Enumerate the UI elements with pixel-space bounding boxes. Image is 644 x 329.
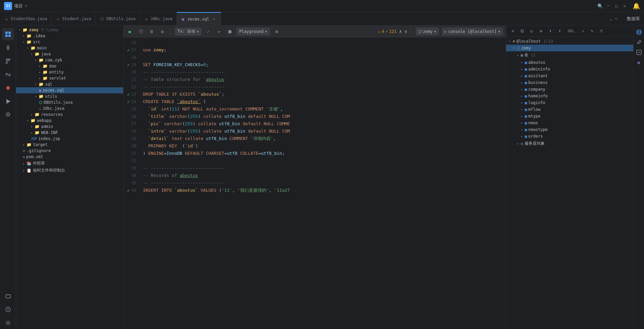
tree-resources[interactable]: ▸ 📁 resources (16, 111, 123, 117)
commits-icon[interactable] (2, 42, 14, 54)
db-right-icon[interactable] (635, 28, 643, 36)
notification-icon[interactable]: 🔔 (633, 2, 640, 9)
tree-webinf[interactable]: ▸ 📁 WEB-INF (16, 130, 123, 136)
settings-button[interactable]: ⚙ (158, 28, 166, 36)
db-table-orders[interactable]: ▸ ▦ orders (506, 133, 633, 140)
tree-gitignore[interactable]: ⊘ .gitignore (16, 148, 123, 154)
tab-studentdao[interactable]: ☕ StudentDao.java (0, 12, 51, 26)
console-select[interactable]: ▷ console [@localhost] ▾ (442, 28, 503, 36)
tools-icon[interactable] (2, 109, 14, 121)
stop-button[interactable]: ⏸ (148, 28, 156, 36)
tree-java[interactable]: ▾ 📁 java (16, 51, 123, 57)
db-table-business[interactable]: ▸ ▦ business (506, 79, 633, 86)
db-schema-zemy[interactable]: ▾ ⬡ zemy (506, 45, 633, 51)
rollback-button[interactable]: ↩ (215, 28, 223, 36)
debug-icon[interactable] (2, 82, 14, 94)
tree-servlet[interactable]: ▸ 📁 servlet (16, 75, 123, 81)
db-tables-folder[interactable]: ▾ ▦ 表 12 (506, 51, 633, 59)
project-icon[interactable] (2, 28, 14, 40)
line-num-26: 26 (123, 113, 140, 120)
db-ddl-button[interactable]: DDL (565, 27, 577, 35)
chevron-right-icon: ▸ (521, 81, 523, 84)
tab-overflow-icon[interactable]: ⌄ (609, 16, 612, 21)
grid-button[interactable]: ⊞ (273, 28, 281, 36)
right-info-icon[interactable] (635, 48, 643, 56)
tree-entity[interactable]: ▸ 📁 entity (16, 69, 123, 75)
git-icon[interactable] (2, 55, 14, 67)
playground-select[interactable]: Playground ▾ (236, 28, 270, 36)
db-add-button[interactable]: + (509, 27, 517, 35)
tree-target[interactable]: ▸ 📁 target (16, 142, 123, 148)
db-table-news[interactable]: ▸ ▦ news (506, 120, 633, 126)
search-icon[interactable]: 🔍 (597, 3, 603, 9)
tab-dbutils[interactable]: ⬡ DBUtils.java (96, 12, 140, 26)
chevron-down-icon[interactable]: ▾ (25, 4, 27, 8)
db-copy-button[interactable]: ⧉ (518, 27, 526, 35)
tree-item-label: .gitignore (26, 148, 51, 153)
collapse-icon[interactable]: ∨ (405, 29, 407, 34)
run-button[interactable]: ▶ (126, 28, 134, 36)
stop-query-button[interactable]: ⏹ (226, 28, 234, 36)
tab-jdbc[interactable]: ☕ Jdbc.java (140, 12, 177, 26)
tree-utils[interactable]: ▾ 📁 utils (16, 93, 123, 99)
db-refresh-button[interactable]: ↻ (528, 27, 536, 35)
tree-indexjsp[interactable]: JSP index.jsp (16, 136, 123, 142)
tree-external-libs[interactable]: ▸ 📚 外部库 (16, 160, 123, 167)
right-edit-icon[interactable] (635, 38, 643, 46)
db-table-assitant[interactable]: ▸ ▦ assitant (506, 73, 633, 79)
db-arrow-button[interactable]: ↗ (579, 27, 587, 35)
code-content[interactable]: use zemy; SET FOREIGN_KEY_CHECKS=0; -- -… (140, 38, 506, 329)
db-server[interactable]: ▾ ⊕ @localhost 1/19 (506, 38, 633, 45)
commit-button[interactable]: ✓ (204, 28, 212, 36)
code-editor[interactable]: 16 ✓17 18 ✓19 20 21 22 ✓23 ✓24 25 26 27 … (123, 38, 506, 329)
code-line-23: DROP TABLE IF EXISTS `aboutus`; (143, 91, 506, 98)
db-filter-button[interactable]: ▽ (597, 27, 605, 35)
tree-jdbc[interactable]: ☕ Jdbc.java (16, 105, 123, 111)
tree-dao[interactable]: ▸ 📁 dao (16, 63, 123, 69)
minimize-button[interactable]: ─ (606, 3, 611, 9)
tree-sql-folder[interactable]: ▾ 📁 sql (16, 81, 123, 87)
db-server-objects[interactable]: ▸ ⚙ 服务器对象 (506, 140, 633, 147)
tree-pom[interactable]: m pom.xml (16, 154, 123, 160)
right-m-icon[interactable]: m (635, 58, 643, 66)
expand-icon[interactable]: ∧ (399, 29, 402, 34)
db-table-mtype[interactable]: ▸ ▦ mtype (506, 113, 633, 120)
history-button[interactable]: ⏱ (137, 28, 145, 36)
tab-close-button[interactable]: ✕ (211, 16, 217, 22)
tree-zecms-sql[interactable]: ▣ zecms.sql (16, 87, 123, 93)
settings-icon[interactable] (2, 317, 14, 329)
tree-root[interactable]: ▾ 📁 zemy F:\zemy (16, 27, 123, 33)
db-table-aboutus[interactable]: ▸ ▦ aboutus (506, 59, 633, 66)
info-icon[interactable] (2, 303, 14, 316)
db-table-company[interactable]: ▸ ▦ company (506, 86, 633, 93)
changes-icon[interactable] (2, 68, 14, 81)
tx-select[interactable]: Tx: 自动 ▾ (175, 28, 202, 36)
schema-select[interactable]: ⬡ zemy ▾ (416, 28, 439, 36)
tree-src[interactable]: ▾ 📁 src (16, 39, 123, 45)
tab-zecms[interactable]: ▣ zecms.sql ✕ (177, 12, 221, 26)
tab-menu-icon[interactable]: ⋯ (615, 16, 618, 21)
db-table-loginfo[interactable]: ▸ ▦ loginfo (506, 99, 633, 106)
notifications-icon[interactable] (2, 290, 14, 302)
tree-comzyb[interactable]: ▾ 📁 com.zyb (16, 57, 123, 63)
close-button[interactable]: ✕ (622, 3, 627, 9)
tree-scratch[interactable]: ▸ 📋 临时文件和控制台 (16, 167, 123, 174)
tab-student[interactable]: ☕ Student.java (51, 12, 96, 26)
db-table-mflow[interactable]: ▸ ▦ mflow (506, 106, 633, 113)
tree-dbutils[interactable]: ⬡ DBUtils.java (16, 99, 123, 105)
tree-admin[interactable]: ▸ 📁 admin (16, 124, 123, 130)
db-export-button[interactable]: ⬆ (556, 27, 564, 35)
tree-webapp[interactable]: ▾ 📁 webapp (16, 117, 123, 124)
db-sync-button[interactable]: ⇄ (537, 27, 545, 35)
db-table-admininfo[interactable]: ▸ ▦ admininfo (506, 66, 633, 73)
db-import-button[interactable]: ⬇ (546, 27, 554, 35)
app-logo: IJ (4, 2, 12, 10)
code-line-35: -- ---------------------------- (143, 179, 506, 187)
maximize-button[interactable]: □ (614, 3, 619, 9)
run-icon[interactable] (2, 95, 14, 107)
db-table-newstype[interactable]: ▸ ▦ newstype (506, 126, 633, 133)
db-edit-button[interactable]: ✎ (588, 27, 596, 35)
tree-main[interactable]: ▾ 📁 main (16, 45, 123, 51)
db-table-homeinfo[interactable]: ▸ ▦ homeinfo (506, 93, 633, 99)
tree-idea[interactable]: ▸ 📁 .idea (16, 33, 123, 39)
